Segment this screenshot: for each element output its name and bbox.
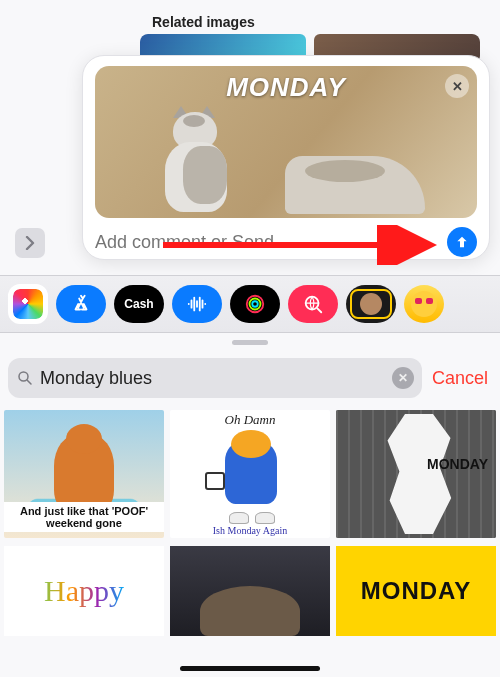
gif-text: MONDAY: [361, 577, 471, 605]
gif-results-grid-2: Happy MONDAY: [0, 546, 500, 636]
app-memoji[interactable]: [346, 285, 396, 323]
appstore-icon: [70, 293, 92, 315]
gif-caption: And just like that 'POOF' weekend gone: [4, 502, 164, 532]
gif-search-input[interactable]: [40, 368, 392, 389]
gif-result[interactable]: MONDAY: [336, 410, 496, 538]
expand-chevron-button[interactable]: [15, 228, 45, 258]
app-fitness[interactable]: [230, 285, 280, 323]
svg-point-2: [250, 299, 261, 310]
imessage-app-strip[interactable]: Cash: [0, 275, 500, 333]
app-emoji[interactable]: [404, 285, 444, 323]
memoji-face-icon: [360, 293, 382, 315]
related-images-label: Related images: [152, 14, 255, 30]
gif-result[interactable]: And just like that 'POOF' weekend gone: [4, 410, 164, 538]
gif-caption: MONDAY: [95, 72, 477, 103]
gif-subtitle: Ish Monday Again: [170, 525, 330, 536]
gif-search-field[interactable]: ✕: [8, 358, 422, 398]
close-icon: ✕: [452, 79, 463, 94]
home-indicator[interactable]: [180, 666, 320, 671]
app-applecash[interactable]: Cash: [114, 285, 164, 323]
comment-input[interactable]: [95, 232, 447, 253]
gif-preview[interactable]: MONDAY ✕: [95, 66, 477, 218]
send-button[interactable]: [447, 227, 477, 257]
globe-search-icon: [302, 293, 324, 315]
app-appstore[interactable]: [56, 285, 106, 323]
app-photos[interactable]: [8, 284, 48, 324]
cancel-search-button[interactable]: Cancel: [432, 368, 492, 389]
gif-result[interactable]: Oh Damn Ish Monday Again: [170, 410, 330, 538]
svg-point-5: [19, 372, 28, 381]
app-gifsearch[interactable]: [288, 285, 338, 323]
gif-result[interactable]: Happy: [4, 546, 164, 636]
gif-text: Happy: [44, 574, 124, 608]
message-compose-card: MONDAY ✕: [82, 55, 490, 260]
heart-eyes-icon: [411, 291, 437, 317]
arrow-up-icon: [454, 234, 470, 250]
gif-label: MONDAY: [427, 456, 488, 472]
gif-result[interactable]: MONDAY: [336, 546, 496, 636]
search-icon: [16, 369, 34, 387]
activity-rings-icon: [244, 293, 266, 315]
gif-search-row: ✕ Cancel: [8, 358, 492, 398]
clear-search-button[interactable]: ✕: [392, 367, 414, 389]
cash-label: Cash: [124, 297, 153, 311]
gif-result[interactable]: [170, 546, 330, 636]
remove-attachment-button[interactable]: ✕: [445, 74, 469, 98]
close-icon: ✕: [398, 371, 408, 385]
drawer-grabber[interactable]: [232, 340, 268, 345]
svg-point-3: [252, 301, 258, 307]
waveform-icon: [186, 293, 208, 315]
app-audio[interactable]: [172, 285, 222, 323]
chevron-right-icon: [25, 236, 35, 250]
gif-results-grid: And just like that 'POOF' weekend gone O…: [0, 410, 500, 538]
